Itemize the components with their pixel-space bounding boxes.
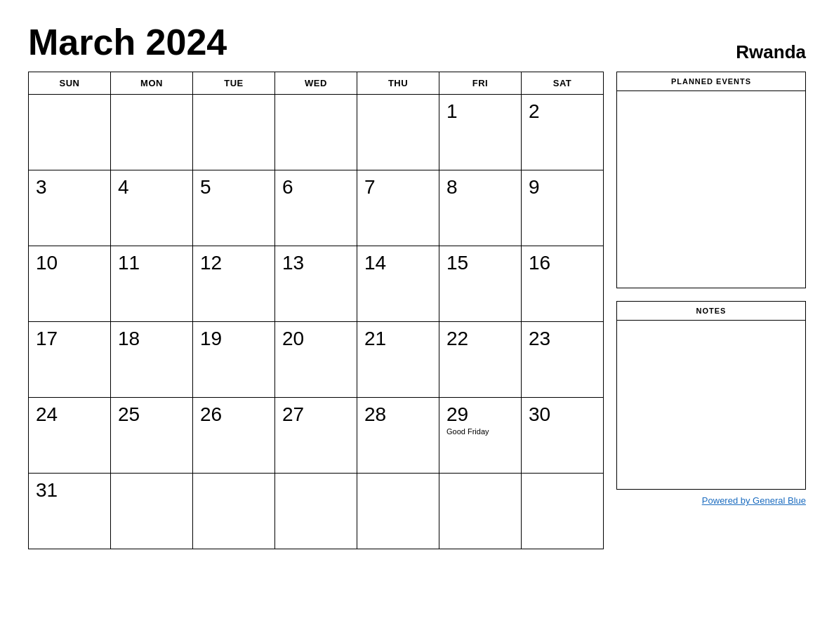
day-number: 24	[36, 403, 103, 426]
notes-box: NOTES	[616, 301, 806, 490]
day-number: 23	[529, 328, 596, 350]
day-number: 6	[282, 176, 350, 199]
calendar-day-cell	[439, 474, 522, 549]
notes-title: NOTES	[617, 302, 805, 321]
day-number: 28	[364, 403, 432, 426]
day-number: 26	[200, 403, 267, 426]
powered-by[interactable]: Powered by General Blue	[616, 495, 806, 506]
calendar-day-cell: 16	[522, 246, 604, 322]
calendar-week-row: 12	[29, 95, 604, 170]
calendar-day-cell	[193, 474, 275, 549]
calendar-day-cell: 21	[357, 322, 439, 398]
calendar-day-cell: 1	[439, 95, 522, 170]
calendar-week-row: 10111213141516	[29, 246, 604, 322]
planned-events-content	[617, 91, 805, 288]
day-number: 4	[118, 176, 185, 199]
day-number: 31	[36, 479, 103, 502]
day-header-sat: SAT	[522, 72, 604, 95]
calendar-day-cell: 12	[193, 246, 275, 322]
calendar-day-cell	[275, 474, 357, 549]
calendar-day-cell: 10	[29, 246, 111, 322]
calendar-day-cell: 31	[29, 474, 111, 549]
day-number: 29	[446, 403, 514, 426]
calendar-day-cell: 18	[111, 322, 193, 398]
calendar-day-cell: 25	[111, 398, 193, 474]
day-number: 7	[364, 176, 432, 199]
calendar-section: SUN MON TUE WED THU FRI SAT 123456789101…	[28, 72, 604, 549]
day-number: 17	[36, 328, 103, 350]
calendar-day-cell	[357, 474, 439, 549]
calendar-day-cell: 23	[522, 322, 604, 398]
day-number: 8	[446, 176, 514, 199]
day-number: 19	[200, 328, 267, 350]
day-number: 10	[36, 252, 103, 274]
day-number: 15	[446, 252, 514, 274]
calendar-day-cell: 24	[29, 398, 111, 474]
calendar-day-cell: 27	[275, 398, 357, 474]
calendar-day-cell: 5	[193, 170, 275, 246]
calendar-day-cell	[29, 95, 111, 170]
calendar-day-cell: 15	[439, 246, 522, 322]
day-number: 18	[118, 328, 185, 350]
calendar-week-row: 31	[29, 474, 604, 549]
calendar-week-row: 3456789	[29, 170, 604, 246]
day-number: 30	[529, 403, 596, 426]
calendar-table: SUN MON TUE WED THU FRI SAT 123456789101…	[28, 72, 604, 549]
day-header-thu: THU	[357, 72, 439, 95]
calendar-day-cell: 29Good Friday	[439, 398, 522, 474]
day-number: 9	[529, 176, 596, 199]
calendar-day-cell: 2	[522, 95, 604, 170]
main-content: SUN MON TUE WED THU FRI SAT 123456789101…	[28, 72, 806, 549]
calendar-day-cell: 26	[193, 398, 275, 474]
calendar-day-cell: 17	[29, 322, 111, 398]
day-number: 5	[200, 176, 267, 199]
day-number: 27	[282, 403, 350, 426]
calendar-day-cell: 4	[111, 170, 193, 246]
day-number: 14	[364, 252, 432, 274]
calendar-day-cell: 28	[357, 398, 439, 474]
sidebar: PLANNED EVENTS NOTES Powered by General …	[616, 72, 806, 506]
calendar-week-row: 17181920212223	[29, 322, 604, 398]
page-header: March 2024 Rwanda	[28, 21, 806, 63]
day-number: 20	[282, 328, 350, 350]
day-number: 12	[200, 252, 267, 274]
calendar-day-cell: 30	[522, 398, 604, 474]
calendar-day-cell: 19	[193, 322, 275, 398]
calendar-day-cell	[193, 95, 275, 170]
day-number: 22	[446, 328, 514, 350]
country-title: Rwanda	[736, 41, 806, 63]
day-number: 1	[446, 100, 514, 123]
day-number: 2	[529, 100, 596, 123]
calendar-day-cell: 9	[522, 170, 604, 246]
calendar-day-cell	[111, 95, 193, 170]
day-header-fri: FRI	[439, 72, 522, 95]
planned-events-box: PLANNED EVENTS	[616, 72, 806, 288]
calendar-day-cell: 11	[111, 246, 193, 322]
calendar-day-cell: 7	[357, 170, 439, 246]
calendar-day-cell: 22	[439, 322, 522, 398]
calendar-day-cell: 3	[29, 170, 111, 246]
calendar-day-cell: 8	[439, 170, 522, 246]
powered-by-link[interactable]: Powered by General Blue	[702, 495, 806, 506]
calendar-day-cell: 6	[275, 170, 357, 246]
calendar-day-cell: 14	[357, 246, 439, 322]
calendar-day-cell	[275, 95, 357, 170]
calendar-day-cell: 13	[275, 246, 357, 322]
calendar-day-cell	[357, 95, 439, 170]
calendar-week-row: 242526272829Good Friday30	[29, 398, 604, 474]
day-number: 25	[118, 403, 185, 426]
day-number: 21	[364, 328, 432, 350]
calendar-header-row: SUN MON TUE WED THU FRI SAT	[29, 72, 604, 95]
calendar-day-cell	[111, 474, 193, 549]
calendar-day-cell: 20	[275, 322, 357, 398]
day-number: 11	[118, 252, 185, 274]
day-header-sun: SUN	[29, 72, 111, 95]
calendar-day-cell	[522, 474, 604, 549]
planned-events-title: PLANNED EVENTS	[617, 72, 805, 91]
day-number: 3	[36, 176, 103, 199]
day-number: 13	[282, 252, 350, 274]
holiday-label: Good Friday	[446, 427, 514, 436]
month-title: March 2024	[28, 21, 227, 63]
day-header-mon: MON	[111, 72, 193, 95]
day-header-wed: WED	[275, 72, 357, 95]
